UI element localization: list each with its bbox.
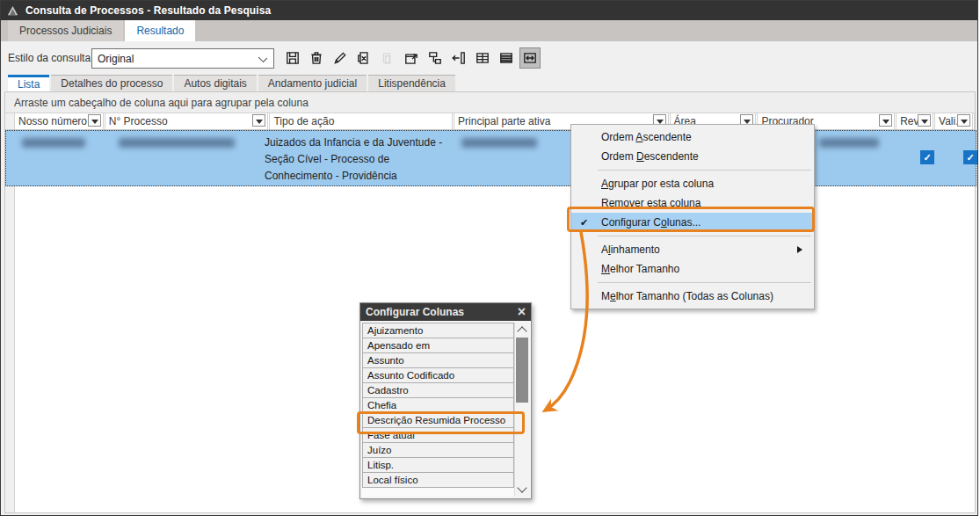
column-header-label: Nosso número <box>18 115 87 127</box>
column-option-ajuizamento[interactable]: Ajuizamento <box>362 323 514 338</box>
submenu-arrow-icon <box>797 246 806 253</box>
menu-item-melhor-tamanho[interactable]: Melhor Tamanho <box>571 259 814 279</box>
column-header-label: Principal parte ativa <box>458 115 550 127</box>
filter-dropdown-icon[interactable] <box>879 114 892 127</box>
column-header-revi-[interactable]: Revi... <box>897 113 935 129</box>
autofit-columns-icon[interactable] <box>519 47 541 69</box>
menu-item-label: Melhor Tamanho (Todas as Colunas) <box>601 290 773 302</box>
column-header-vali-[interactable]: Vali... <box>935 113 975 129</box>
scrollbar-thumb[interactable] <box>516 338 528 403</box>
save-icon[interactable] <box>282 47 303 69</box>
hierarchy-icon[interactable] <box>425 47 446 69</box>
scroll-down-icon[interactable] <box>517 483 526 492</box>
tab-processos-judiciais[interactable]: Processos Judiciais <box>8 20 123 41</box>
column-option-ju-zo[interactable]: Juízo <box>362 442 514 458</box>
column-header-nosso-n-mero[interactable]: Nosso número <box>15 113 105 129</box>
revisado-checkbox[interactable]: ✓ <box>920 150 934 164</box>
menu-item-label: Configurar Colunas... <box>601 216 701 229</box>
grid-header-row: Nosso númeroN° ProcessoTipo de açãoPrinc… <box>5 113 975 130</box>
menu-item-agrupar-por-esta-coluna[interactable]: Agrupar por esta coluna <box>571 174 814 193</box>
dialog-title-bar[interactable]: Configurar Colunas × <box>360 303 531 321</box>
query-style-value: Original <box>98 53 134 65</box>
column-option-cadastro[interactable]: Cadastro <box>362 382 514 398</box>
menu-item-ordem-ascendente[interactable]: Ordem Ascendente <box>571 127 814 147</box>
subtab-detalhes-do-processo[interactable]: Detalhes do processo <box>51 75 172 91</box>
menu-item-remover-esta-coluna[interactable]: Remover esta coluna <box>571 193 814 213</box>
dialog-title: Configurar Colunas <box>366 306 464 318</box>
validado-checkbox[interactable]: ✓ <box>963 150 977 164</box>
view-tab-strip: ListaDetalhes do processoAutos digitaisA… <box>1 75 977 91</box>
dialog-scrollbar[interactable] <box>514 323 529 497</box>
column-option-local-f-sico[interactable]: Local físico <box>362 472 514 488</box>
column-option-fase-atual[interactable]: Fase atual <box>362 427 514 443</box>
menu-item-label: Melhor Tamanho <box>601 263 679 275</box>
header-gutter-cell <box>5 113 15 129</box>
query-style-label: Estilo da consulta <box>8 52 91 64</box>
close-icon[interactable]: × <box>518 305 526 319</box>
menu-item-label: Remover esta coluna <box>601 197 701 209</box>
edit-icon[interactable] <box>330 47 351 69</box>
menu-separator <box>598 236 811 236</box>
scroll-up-icon[interactable] <box>517 326 526 336</box>
column-list: AjuizamentoApensado emAssuntoAssunto Cod… <box>362 323 514 497</box>
row-indicator-gutter <box>5 130 15 512</box>
menu-separator <box>598 170 811 171</box>
collapse-columns-icon[interactable] <box>448 47 469 69</box>
column-option-assunto-codificado[interactable]: Assunto Codificado <box>362 367 514 383</box>
menu-separator <box>598 282 811 283</box>
subtab-andamento-judicial[interactable]: Andamento judicial <box>258 75 367 91</box>
subtab-lista[interactable]: Lista <box>8 75 49 91</box>
column-option-litisp[interactable]: Litisp. <box>362 457 514 473</box>
app-window: Consulta de Processos - Resultado da Pes… <box>0 0 978 516</box>
title-bar: Consulta de Processos - Resultado da Pes… <box>1 1 977 20</box>
menu-item-label: Agrupar por esta coluna <box>601 178 714 190</box>
window-title: Consulta de Processos - Resultado da Pes… <box>25 4 271 17</box>
column-header-tipo-de-a-o[interactable]: Tipo de ação <box>270 113 454 129</box>
checkmark-icon: ✔ <box>580 213 588 232</box>
tab-resultado[interactable]: Resultado <box>125 20 195 41</box>
menu-item-label: Ordem Ascendente <box>601 131 692 143</box>
filter-dropdown-icon[interactable] <box>252 114 265 127</box>
column-header-n-processo[interactable]: N° Processo <box>105 113 271 129</box>
filter-dropdown-icon[interactable] <box>918 114 931 127</box>
menu-item-label: Ordem Descendente <box>601 150 699 163</box>
app-logo-icon <box>6 4 19 18</box>
subtab-autos-digitais[interactable]: Autos digitais <box>174 75 256 91</box>
menu-item-ordem-descendente[interactable]: Ordem Descendente <box>571 147 814 166</box>
query-style-combobox[interactable]: Original <box>91 48 274 69</box>
menu-item-melhor-tamanho-todas-as-colunas[interactable]: Melhor Tamanho (Todas as Colunas) <box>571 287 814 306</box>
selected-grid-row[interactable]: Juizados da Infancia e da Juventude - Se… <box>5 130 976 186</box>
filter-dropdown-icon[interactable] <box>88 114 101 127</box>
subtab-litispendência[interactable]: Litispendência <box>368 75 455 91</box>
chevron-down-icon <box>258 54 267 62</box>
redacted-procurador <box>819 138 879 148</box>
main-tab-strip: Processos JudiciaisResultado <box>1 20 977 41</box>
toolbar: Estilo da consulta Original <box>1 41 977 75</box>
group-by-bar[interactable]: Arraste um cabeçalho de coluna aqui para… <box>5 92 975 113</box>
configure-columns-dialog: Configurar Colunas × AjuizamentoApensado… <box>359 302 532 499</box>
redacted-nosso-numero <box>22 138 85 148</box>
menu-item-label: Alinhamento <box>601 243 660 256</box>
grid-icon[interactable] <box>472 47 493 69</box>
tipo-de-acao-value: Juizados da Infancia e da Juventude - Se… <box>265 134 447 185</box>
menu-item-alinhamento[interactable]: Alinhamento <box>571 240 814 259</box>
open-window-icon[interactable] <box>401 47 422 69</box>
filter-dropdown-icon[interactable] <box>957 114 970 127</box>
rows-icon[interactable] <box>496 47 517 69</box>
menu-item-configurar-colunas[interactable]: ✔Configurar Colunas... <box>571 213 814 232</box>
redacted-numero-processo <box>119 138 235 148</box>
toolbar-buttons <box>282 47 541 69</box>
paste-icon <box>377 47 398 69</box>
redacted-principal-parte-ativa <box>461 138 537 148</box>
export-excel-icon[interactable] <box>353 47 374 69</box>
column-option-apensado-em[interactable]: Apensado em <box>362 338 514 353</box>
column-header-label: N° Processo <box>109 115 168 127</box>
column-option-assunto[interactable]: Assunto <box>362 352 514 368</box>
column-option-descri-o-resumida-processo[interactable]: Descrição Resumida Processo <box>362 412 514 428</box>
delete-icon[interactable] <box>306 47 327 69</box>
group-by-hint: Arraste um cabeçalho de coluna aqui para… <box>14 97 309 109</box>
column-option-chefia[interactable]: Chefia <box>362 397 514 413</box>
column-context-menu: Ordem AscendenteOrdem DescendenteAgrupar… <box>570 124 815 309</box>
column-header-label: Tipo de ação <box>273 115 334 127</box>
